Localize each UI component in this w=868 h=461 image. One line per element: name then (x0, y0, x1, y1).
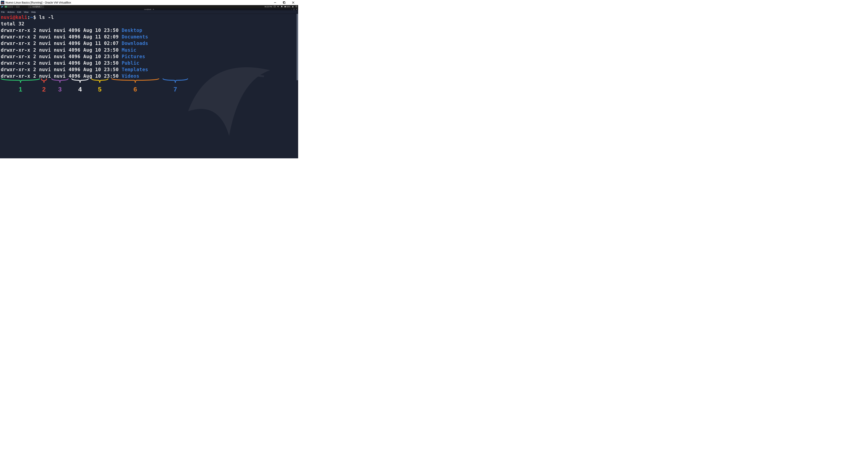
workspace-3-button[interactable] (10, 6, 11, 8)
kali-xfce-panel: | | nuvi@kali: ~ 05:23 PM 92% (0, 5, 298, 8)
virtualbox-logo-icon (1, 1, 4, 4)
column-annotation-2: 2 (41, 78, 47, 93)
lock-icon[interactable] (292, 5, 294, 8)
volume-icon[interactable] (277, 5, 279, 8)
menu-edit[interactable]: Edit (17, 11, 21, 13)
terminal-minimize-button[interactable]: – (291, 8, 292, 10)
svg-rect-11 (284, 6, 286, 7)
ls-dirname: Documents (122, 34, 148, 40)
column-annotation-3: 3 (51, 78, 69, 93)
ls-dirname: Public (122, 60, 140, 66)
ls-row: drwxr-xr-x 2 nuvi nuvi 4096 Aug 10 23:50 (1, 60, 122, 66)
column-annotation-4: 4 (71, 78, 89, 93)
terminal-body[interactable]: nuvi@kali:~$ ls -l total 32 drwxr-xr-x 2… (0, 14, 298, 158)
ls-row: drwxr-xr-x 2 nuvi nuvi 4096 Aug 11 02:07 (1, 41, 122, 46)
svg-rect-3 (284, 2, 285, 4)
bell-icon[interactable] (281, 5, 283, 8)
battery-percent: 92% (287, 6, 290, 8)
taskbar-terminal-tab[interactable]: nuvi@kali: ~ (28, 5, 44, 8)
ls-dirname: Music (122, 47, 136, 53)
ls-dirname: Downloads (122, 41, 148, 46)
menu-file[interactable]: File (1, 11, 5, 13)
workspace-1-button[interactable] (5, 6, 7, 8)
kali-dragon-icon[interactable] (1, 5, 4, 8)
column-annotation-6: 6 (111, 78, 159, 93)
terminal-scrollbar[interactable] (297, 14, 298, 80)
command-text: ls -l (39, 14, 54, 20)
host-close-button[interactable] (289, 0, 298, 5)
svg-rect-13 (292, 6, 293, 7)
menu-help[interactable]: Help (31, 11, 36, 13)
menu-actions[interactable]: Actions (7, 11, 14, 13)
show-desktop-button[interactable] (16, 6, 20, 8)
column-annotation-5: 5 (91, 78, 108, 93)
ls-row: drwxr-xr-x 2 nuvi nuvi 4096 Aug 10 23:50 (1, 54, 122, 59)
svg-rect-9 (274, 6, 276, 7)
ls-row: drwxr-xr-x 2 nuvi nuvi 4096 Aug 10 23:50 (1, 67, 122, 72)
panel-sep-icon: | (4, 6, 4, 8)
workspace-2-button[interactable] (7, 6, 10, 8)
column-annotation-7: 7 (162, 78, 188, 93)
host-minimize-button[interactable] (271, 0, 280, 5)
host-maximize-button[interactable] (280, 0, 289, 5)
ls-dirname: Templates (122, 67, 148, 72)
column-annotation-1: 1 (1, 78, 40, 93)
terminal-title: nuvi@kali: ~ (144, 8, 153, 10)
power-icon[interactable] (296, 5, 297, 8)
workspace-4-button[interactable] (12, 6, 13, 8)
battery-icon[interactable]: 92% (284, 6, 290, 8)
prompt-user-host: nuvi@kali (1, 14, 27, 20)
panel-sep-icon: | (14, 6, 14, 8)
terminal-close-button[interactable]: ✕ (296, 8, 297, 10)
menu-view[interactable]: View (24, 11, 29, 13)
ls-row: drwxr-xr-x 2 nuvi nuvi 4096 Aug 10 23:50 (1, 28, 122, 33)
ls-row: drwxr-xr-x 2 nuvi nuvi 4096 Aug 11 02:09 (1, 34, 122, 40)
panel-clock[interactable]: 05:23 PM (265, 6, 272, 8)
prompt-symbol: $ (33, 14, 39, 20)
prompt-separator: : (27, 14, 30, 20)
host-window-titlebar: Nuevo Linux Basics [Running] - Oracle VM… (0, 0, 298, 5)
ls-dirname: Desktop (122, 28, 143, 33)
ls-row: drwxr-xr-x 2 nuvi nuvi 4096 Aug 10 23:50 (1, 47, 122, 53)
terminal-maximize-button[interactable]: ▢ (293, 8, 295, 10)
prompt-path: ~ (30, 14, 33, 20)
taskbar-terminal-label: nuvi@kali: ~ (33, 6, 42, 8)
terminal-titlebar[interactable]: nuvi@kali: ~ ▾ – ▢ ✕ (0, 8, 298, 10)
terminal-menubar: File Actions Edit View Help (0, 10, 298, 14)
host-window-title: Nuevo Linux Basics [Running] - Oracle VM… (5, 1, 271, 4)
ls-dirname: Pictures (122, 54, 145, 59)
svg-rect-6 (30, 6, 32, 8)
screenshot-icon[interactable] (274, 5, 276, 8)
ls-total-line: total 32 (1, 21, 25, 27)
